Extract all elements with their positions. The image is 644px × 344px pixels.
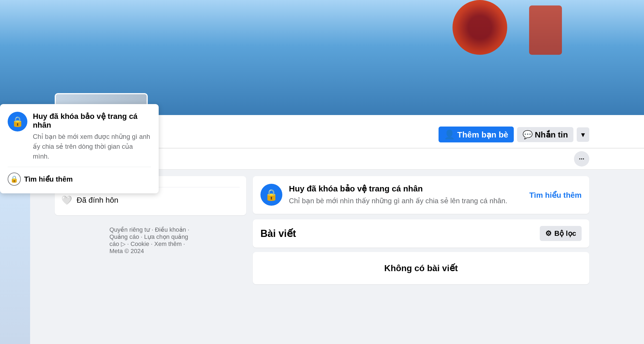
add-friend-button[interactable]: 👤 Thêm bạn bè (439, 127, 514, 142)
message-icon: 💬 (523, 130, 533, 139)
nav-more-button[interactable]: ··· (574, 151, 589, 167)
right-column: 🔒 Huy đã khóa bảo vệ trang cá nhân Chỉ b… (253, 176, 589, 284)
cover-figure-1 (452, 0, 507, 55)
relationship-icon: 🤍 (61, 195, 72, 205)
tooltip-title: Huy đã khóa bảo vệ trang cá nhân (33, 112, 151, 130)
more-button[interactable]: ▾ (577, 127, 589, 142)
profile-actions: 👤 Thêm bạn bè 💬 Nhắn tin ▾ (439, 127, 589, 148)
tooltip-divider (8, 167, 151, 167)
tooltip-text: Huy đã khóa bảo vệ trang cá nhân Chỉ bạn… (33, 112, 151, 161)
message-label: Nhắn tin (535, 130, 568, 139)
filter-button[interactable]: ⚙ Bộ lọc (540, 226, 582, 241)
privacy-tooltip-popup: 🔒 Huy đã khóa bảo vệ trang cá nhân Chỉ b… (0, 104, 159, 193)
privacy-shield-icon: 🔒 (260, 184, 282, 206)
relationship-label: Đã đính hôn (77, 196, 118, 205)
no-posts-label: Không có bài viết (384, 263, 458, 273)
relationship-item: 🤍 Đã đính hôn (61, 192, 240, 209)
tooltip-desc: Chỉ bạn bè mới xem được những gì anh ấy … (33, 132, 151, 161)
filter-icon: ⚙ (545, 229, 552, 238)
add-friend-label: Thêm bạn bè (457, 130, 508, 139)
message-button[interactable]: 💬 Nhắn tin (517, 127, 573, 142)
footer-line1: Quyền riêng tư · Điều khoản · Quảng cáo … (109, 226, 192, 255)
tooltip-learn-icon: 🔒 (8, 173, 21, 186)
privacy-card: 🔒 Huy đã khóa bảo vệ trang cá nhân Chỉ b… (253, 176, 589, 214)
cover-figure-2 (529, 5, 562, 55)
footer: Quyền riêng tư · Điều khoản · Quảng cáo … (55, 221, 246, 260)
filter-label: Bộ lọc (554, 229, 576, 238)
more-icon: ▾ (581, 130, 585, 139)
no-posts-message: Không có bài viết (253, 252, 589, 284)
tooltip-top: 🔒 Huy đã khóa bảo vệ trang cá nhân Chỉ b… (8, 112, 151, 161)
tooltip-learn-more[interactable]: 🔒 Tìm hiểu thêm (8, 173, 151, 186)
posts-title: Bài viết (260, 228, 296, 239)
profile-name-area (148, 144, 439, 148)
privacy-card-title: Huy đã khóa bảo vệ trang cá nhân (289, 184, 507, 193)
posts-header: Bài viết ⚙ Bộ lọc (253, 219, 589, 248)
add-friend-icon: 👤 (444, 129, 455, 140)
tooltip-learn-label: Tìm hiểu thêm (24, 175, 73, 184)
nav-more-dots: ··· (579, 155, 584, 163)
privacy-learn-more-link[interactable]: Tìm hiểu thêm (529, 191, 582, 200)
privacy-text: Huy đã khóa bảo vệ trang cá nhân Chỉ bạn… (289, 184, 507, 206)
privacy-card-desc: Chỉ bạn bè mới nhìn thấy những gì anh ấy… (289, 196, 507, 206)
tooltip-shield-icon: 🔒 (8, 112, 27, 131)
